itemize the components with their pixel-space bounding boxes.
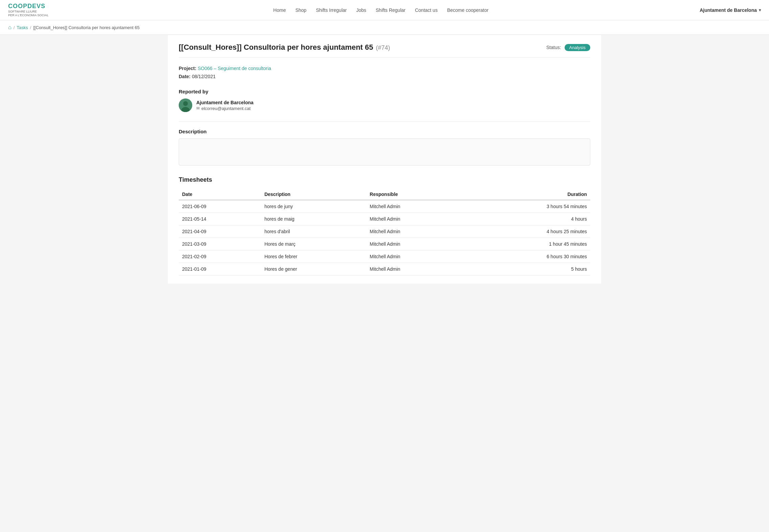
table-row: 2021-01-09 Hores de gener Mitchell Admin… — [179, 263, 590, 275]
nav-shop[interactable]: Shop — [295, 7, 307, 13]
description-heading: Description — [179, 129, 590, 134]
project-label: Project: — [179, 66, 196, 71]
timesheets-table: Date Description Responsible Duration 20… — [179, 189, 590, 275]
col-header-description: Description — [261, 189, 366, 200]
email-icon: ✉ — [196, 106, 200, 111]
nav-become-cooperator[interactable]: Become cooperator — [447, 7, 488, 13]
divider-1 — [179, 121, 590, 122]
breadcrumb-home-icon[interactable]: ⌂ — [8, 24, 12, 30]
col-header-duration: Duration — [465, 189, 590, 200]
description-section: Description — [179, 129, 590, 165]
table-row: 2021-05-14 hores de maig Mitchell Admin … — [179, 213, 590, 225]
cell-duration: 1 hour 45 minutes — [465, 238, 590, 250]
cell-responsible: Mitchell Admin — [366, 250, 465, 263]
timesheets-title: Timesheets — [179, 176, 590, 183]
reporter-email-row: ✉ elcorreu@ajuntament.cat — [196, 106, 254, 111]
description-box — [179, 138, 590, 165]
cell-responsible: Mitchell Admin — [366, 213, 465, 225]
cell-date: 2021-03-09 — [179, 238, 261, 250]
cell-responsible: Mitchell Admin — [366, 238, 465, 250]
chevron-down-icon: ▾ — [759, 8, 761, 13]
breadcrumb-current: [[Consult_Hores]] Consultoria per hores … — [33, 25, 139, 30]
cell-description: Hores de gener — [261, 263, 366, 275]
status-badge: Analysis — [565, 44, 590, 51]
nav-contact[interactable]: Contact us — [415, 7, 438, 13]
table-header-row: Date Description Responsible Duration — [179, 189, 590, 200]
breadcrumb: ⌂ / Tasks / [[Consult_Hores]] Consultori… — [0, 20, 769, 35]
cell-duration: 6 hours 30 minutes — [465, 250, 590, 263]
cell-date: 2021-05-14 — [179, 213, 261, 225]
page-title: [[Consult_Hores]] Consultoria per hores … — [179, 43, 373, 51]
user-menu[interactable]: Ajuntament de Barcelona ▾ — [700, 7, 761, 13]
avatar — [179, 98, 192, 112]
date-label: Date: — [179, 74, 191, 79]
cell-description: Hores de març — [261, 238, 366, 250]
breadcrumb-tasks-link[interactable]: Tasks — [17, 25, 28, 30]
cell-date: 2021-04-09 — [179, 225, 261, 238]
breadcrumb-sep-2: / — [30, 25, 31, 30]
cell-description: Hores de febrer — [261, 250, 366, 263]
cell-duration: 5 hours — [465, 263, 590, 275]
table-row: 2021-04-09 hores d'abril Mitchell Admin … — [179, 225, 590, 238]
main-content: [[Consult_Hores]] Consultoria per hores … — [168, 35, 601, 284]
cell-responsible: Mitchell Admin — [366, 225, 465, 238]
brand-sub: SOFTWARE LLIURE PER A L'ECONOMIA SOCIAL — [8, 10, 48, 17]
cell-description: hores d'abril — [261, 225, 366, 238]
project-row: Project: SO066 – Seguiment de consultori… — [179, 66, 590, 71]
cell-date: 2021-01-09 — [179, 263, 261, 275]
reporter-name: Ajuntament de Barcelona — [196, 100, 254, 105]
table-row: 2021-06-09 hores de juny Mitchell Admin … — [179, 200, 590, 213]
status-label: Status: — [546, 45, 561, 50]
breadcrumb-sep-1: / — [14, 25, 15, 30]
col-header-date: Date — [179, 189, 261, 200]
navbar: COOPDEVS SOFTWARE LLIURE PER A L'ECONOMI… — [0, 0, 769, 20]
project-link[interactable]: SO066 – Seguiment de consultoria — [198, 66, 271, 71]
table-row: 2021-02-09 Hores de febrer Mitchell Admi… — [179, 250, 590, 263]
nav-menu: Home Shop Shifts Irregular Jobs Shifts R… — [62, 7, 700, 13]
cell-duration: 4 hours — [465, 213, 590, 225]
reported-by-heading: Reported by — [179, 89, 590, 94]
task-id: (#74) — [376, 44, 390, 51]
cell-description: hores de juny — [261, 200, 366, 213]
date-value: 08/12/2021 — [192, 74, 216, 79]
reporter-email-text: elcorreu@ajuntament.cat — [201, 106, 250, 111]
table-row: 2021-03-09 Hores de març Mitchell Admin … — [179, 238, 590, 250]
page-header: [[Consult_Hores]] Consultoria per hores … — [179, 43, 590, 58]
timesheets-section: Timesheets Date Description Responsible … — [179, 176, 590, 275]
reporter-info: Ajuntament de Barcelona ✉ elcorreu@ajunt… — [196, 100, 254, 111]
nav-jobs[interactable]: Jobs — [356, 7, 366, 13]
cell-responsible: Mitchell Admin — [366, 263, 465, 275]
cell-duration: 4 hours 25 minutes — [465, 225, 590, 238]
cell-description: hores de maig — [261, 213, 366, 225]
svg-point-1 — [183, 101, 188, 106]
nav-shifts-irregular[interactable]: Shifts Irregular — [316, 7, 347, 13]
info-section: Project: SO066 – Seguiment de consultori… — [179, 66, 590, 79]
user-name: Ajuntament de Barcelona — [700, 7, 757, 13]
cell-responsible: Mitchell Admin — [366, 200, 465, 213]
reporter-row: Ajuntament de Barcelona ✉ elcorreu@ajunt… — [179, 98, 590, 112]
cell-duration: 3 hours 54 minutes — [465, 200, 590, 213]
nav-home[interactable]: Home — [273, 7, 286, 13]
cell-date: 2021-06-09 — [179, 200, 261, 213]
status-area: Status: Analysis — [546, 44, 590, 51]
nav-shifts-regular[interactable]: Shifts Regular — [376, 7, 405, 13]
date-row: Date: 08/12/2021 — [179, 74, 590, 79]
col-header-responsible: Responsible — [366, 189, 465, 200]
brand-logo[interactable]: COOPDEVS SOFTWARE LLIURE PER A L'ECONOMI… — [8, 3, 48, 17]
cell-date: 2021-02-09 — [179, 250, 261, 263]
reported-section: Reported by Ajuntament de Barcelona ✉ el… — [179, 89, 590, 112]
page-title-area: [[Consult_Hores]] Consultoria per hores … — [179, 43, 390, 52]
brand-name: COOPDEVS — [8, 3, 48, 10]
